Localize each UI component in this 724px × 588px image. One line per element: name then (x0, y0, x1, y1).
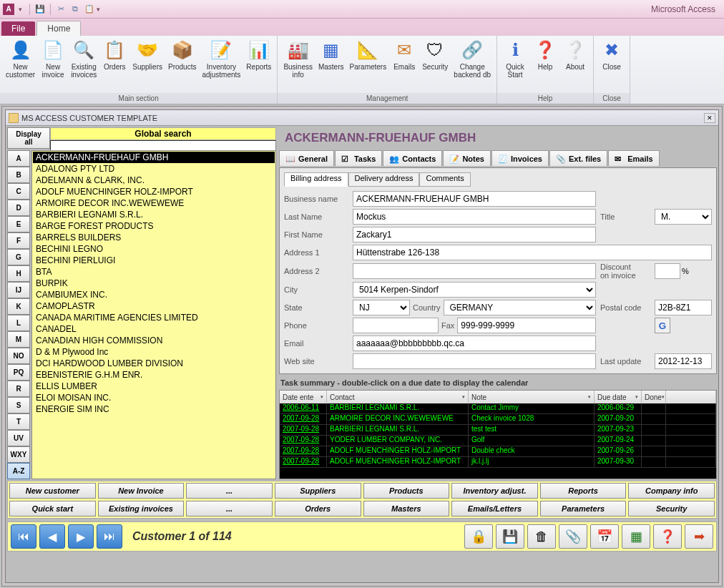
select-country[interactable]: GERMANY (444, 300, 596, 315)
ribbon-quick-start[interactable]: ℹQuickStart (500, 37, 530, 80)
ribbon-change-backend-db[interactable]: 🔗Changebackend db (451, 37, 494, 80)
task-col-header[interactable] (666, 391, 716, 403)
bottom-products-button[interactable]: Products (363, 483, 450, 499)
task-row[interactable]: 2007-09-28ARMOIRE DECOR INC.WEWEWEWEChec… (280, 414, 716, 425)
input-email[interactable] (353, 335, 596, 351)
nav-first-button[interactable]: ⏮ (11, 524, 36, 549)
bottom-masters-button[interactable]: Masters (363, 501, 450, 516)
ribbon-products[interactable]: 📦Products (165, 37, 199, 72)
ribbon-existing-invoices[interactable]: 🔍Existinginvoices (68, 37, 99, 80)
task-row[interactable]: 2007-09-28ADOLF MUENCHINGER HOLZ-IMPORTj… (280, 457, 716, 468)
input-last-update[interactable] (655, 353, 712, 369)
input-phone[interactable] (353, 318, 439, 333)
bottom-----button[interactable]: ... (186, 483, 273, 499)
az-T[interactable]: T (7, 413, 30, 430)
list-item[interactable]: ARMOIRE DECOR INC.WEWEWEWE (33, 197, 275, 209)
az-H[interactable]: H (7, 265, 30, 282)
az-NO[interactable]: NO (7, 348, 30, 364)
tab-general[interactable]: 📖General (279, 150, 334, 166)
az-F[interactable]: F (7, 232, 30, 249)
delete-button[interactable]: 🗑 (527, 524, 556, 549)
tab-emails[interactable]: ✉Emails (608, 150, 659, 166)
tab-notes[interactable]: 📝Notes (443, 150, 491, 166)
list-item[interactable]: ADOLF MUENCHINGER HOLZ-IMPORT (33, 186, 275, 197)
list-item[interactable]: BARGE FOREST PRODUCTS (33, 220, 275, 232)
bottom-new-customer-button[interactable]: New customer (9, 483, 96, 499)
calendar-button[interactable]: 📅 (590, 524, 619, 549)
bottom-reports-button[interactable]: Reports (540, 483, 627, 499)
az-L[interactable]: L (7, 315, 30, 331)
az-G[interactable]: G (7, 249, 30, 265)
title-dropdown-icon[interactable]: ▾ (19, 6, 22, 13)
select-title[interactable]: M. (655, 209, 712, 225)
bottom-inventory-adjust--button[interactable]: Inventory adjust. (451, 483, 538, 499)
ribbon-inventory-adjustments[interactable]: 📝Inventoryadjustments (199, 37, 243, 80)
input-business-name[interactable] (353, 191, 596, 207)
task-col-header[interactable]: Done▾ (642, 391, 666, 403)
input-fax[interactable] (457, 318, 596, 333)
lock-button[interactable]: 🔒 (464, 524, 493, 549)
list-item[interactable]: CAMBIUMEX INC. (33, 289, 275, 300)
bottom-existing-invoices-button[interactable]: Existing invoices (98, 501, 185, 516)
list-item[interactable]: CANADEL (33, 323, 275, 335)
list-item[interactable]: ELOI MOISAN INC. (33, 392, 275, 403)
ribbon-emails[interactable]: ✉Emails (389, 37, 419, 72)
select-city[interactable]: 5014 Kerpen-Sindorf (353, 282, 596, 298)
save-button[interactable]: 💾 (496, 524, 524, 549)
ribbon-close[interactable]: ✖Close (597, 37, 627, 72)
ribbon-parameters[interactable]: 📐Parameters (347, 37, 390, 72)
excel-button[interactable]: ▦ (622, 524, 650, 549)
list-item[interactable]: CANADA MARITIME AGENCIES LIMITED (33, 312, 275, 323)
list-item[interactable]: BTA (33, 266, 275, 278)
az-B[interactable]: B (7, 167, 30, 183)
az-A[interactable]: A (7, 150, 30, 167)
file-tab[interactable]: File (1, 21, 35, 36)
list-item[interactable]: EBENISTERIE G.H.M ENR. (33, 369, 275, 381)
select-state[interactable]: NJ (353, 300, 410, 315)
input-website[interactable] (353, 353, 596, 369)
cut-icon[interactable]: ✂ (55, 4, 67, 15)
bottom-----button[interactable]: ... (186, 501, 273, 516)
display-all-button[interactable]: Display all (7, 127, 50, 149)
help-button[interactable]: ❓ (653, 524, 682, 549)
list-item[interactable]: BARBIERI LEGNAMI S.R.L. (33, 209, 275, 220)
paste-icon[interactable]: 📋 (84, 4, 95, 15)
list-item[interactable]: ADALONG PTY LTD (33, 163, 275, 175)
nav-prev-button[interactable]: ◀ (39, 524, 65, 549)
bottom-emails/letters-button[interactable]: Emails/Letters (451, 501, 538, 516)
input-address2[interactable] (353, 263, 596, 279)
bottom-orders-button[interactable]: Orders (275, 501, 361, 516)
input-first-name[interactable] (353, 227, 596, 242)
ribbon-suppliers[interactable]: 🤝Suppliers (129, 37, 165, 72)
task-row[interactable]: 2006-06-11BARBIERI LEGNAMI S.R.L.Contact… (280, 403, 716, 414)
bottom-new-invoice-button[interactable]: New Invoice (98, 483, 185, 499)
customer-list[interactable]: ACKERMANN-FRUEHAUF GMBHADALONG PTY LTDAD… (31, 150, 276, 479)
az-C[interactable]: C (7, 183, 30, 200)
task-col-header[interactable]: Note▾ (469, 391, 595, 403)
az-WXY[interactable]: WXY (7, 446, 30, 463)
list-item[interactable]: ENERGIE SIM INC (33, 403, 275, 415)
list-item[interactable]: BECHINI LEGNO (33, 243, 275, 255)
ribbon-new-invoice[interactable]: 📄Newinvoice (38, 37, 68, 80)
list-item[interactable]: CANADIAN HIGH COMMISSION (33, 335, 275, 346)
ribbon-security[interactable]: 🛡Security (419, 37, 451, 72)
nav-last-button[interactable]: ⏭ (97, 524, 122, 549)
ribbon-business-info[interactable]: 🏭Businessinfo (280, 37, 315, 80)
input-discount[interactable] (655, 263, 680, 279)
ribbon-new-customer[interactable]: 👤Newcustomer (3, 37, 38, 80)
tab-ext--files[interactable]: 📎Ext. files (549, 150, 607, 166)
tab-invoices[interactable]: 🧾Invoices (491, 150, 549, 166)
task-row[interactable]: 2007-09-28ADOLF MUENCHINGER HOLZ-IMPORTD… (280, 446, 716, 457)
list-item[interactable]: BARRELS BUILDERS (33, 232, 275, 243)
list-item[interactable]: DCI HARDWOOD LUMBER DIVISION (33, 358, 275, 369)
bottom-suppliers-button[interactable]: Suppliers (275, 483, 361, 499)
ribbon-masters[interactable]: ▦Masters (315, 37, 347, 72)
task-row[interactable]: 2007-09-28YODER LUMBER COMPANY, INC.Golf… (280, 436, 716, 446)
input-last-name[interactable] (353, 209, 596, 225)
task-table[interactable]: Date ente▾Contact▾Note▾Due date▾Done▾ 20… (279, 390, 717, 479)
az-E[interactable]: E (7, 216, 30, 232)
tab-tasks[interactable]: ☑Tasks (335, 150, 382, 166)
subtab-delivery-address[interactable]: Delivery address (348, 172, 420, 187)
list-item[interactable]: D & M Plywood Inc (33, 346, 275, 358)
nav-next-button[interactable]: ▶ (68, 524, 94, 549)
